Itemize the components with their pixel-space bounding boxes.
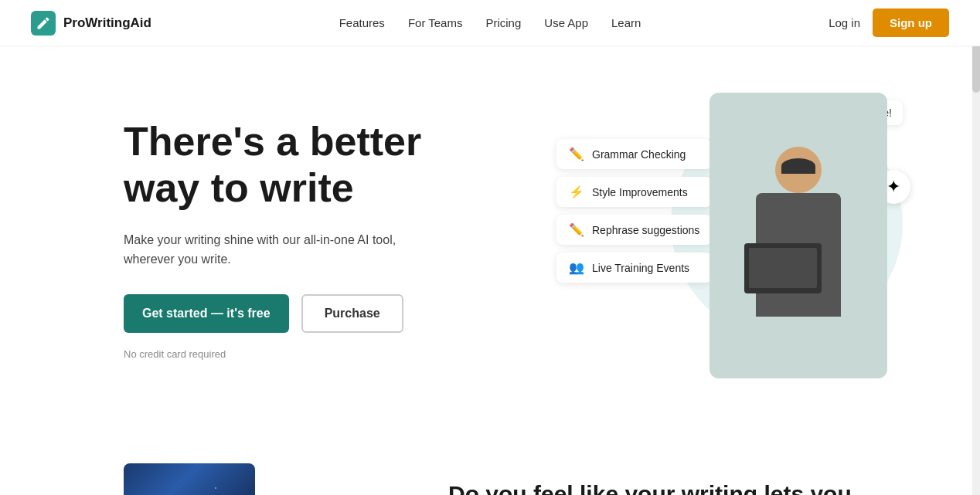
pill-style: ⚡ Style Improvements xyxy=(556,177,712,207)
get-started-button[interactable]: Get started — it's free xyxy=(124,294,289,333)
navbar: ProWritingAid Features For Teams Pricing… xyxy=(0,0,980,46)
logo-link[interactable]: ProWritingAid xyxy=(31,11,151,36)
nav-learn[interactable]: Learn xyxy=(611,16,641,29)
person-laptop xyxy=(744,243,822,293)
starry-night-image xyxy=(124,463,255,495)
nav-use-app[interactable]: Use App xyxy=(544,16,588,29)
hero-title: There's a better way to write xyxy=(124,119,526,212)
nav-pricing[interactable]: Pricing xyxy=(485,16,521,29)
login-button[interactable]: Log in xyxy=(829,16,860,29)
nav-actions: Log in Sign up xyxy=(829,8,949,37)
hero-title-line1: There's a better xyxy=(124,119,421,164)
nav-for-teams[interactable]: For Teams xyxy=(408,16,463,29)
pill-grammar: ✏️ Grammar Checking xyxy=(556,139,712,169)
pill-training-label: Live Training Events xyxy=(592,262,689,274)
purchase-button[interactable]: Purchase xyxy=(301,294,403,333)
person-silhouette xyxy=(737,131,860,378)
training-icon: 👥 xyxy=(569,260,584,275)
nav-links: Features For Teams Pricing Use App Learn xyxy=(339,16,641,30)
grammar-icon: ✏️ xyxy=(569,147,584,161)
logo-icon xyxy=(31,11,56,36)
hero-cta: Get started — it's free Purchase xyxy=(124,294,526,333)
hero-note: No credit card required xyxy=(124,348,526,360)
hero-visual: ...and more! ✦ ✏️ Grammar Checking ⚡ Sty… xyxy=(541,93,949,386)
hero-person-illustration xyxy=(709,93,887,378)
nav-features[interactable]: Features xyxy=(339,16,385,29)
hero-subtitle: Make your writing shine with our all-in-… xyxy=(124,230,433,270)
person-inner xyxy=(709,93,887,378)
pill-style-label: Style Improvements xyxy=(592,186,688,198)
hero-text: There's a better way to write Make your … xyxy=(124,119,526,360)
section2-text: Do you feel like your writing lets you d… xyxy=(448,463,918,495)
feature-pills: ✏️ Grammar Checking ⚡ Style Improvements… xyxy=(556,139,712,283)
section2: My idea in my head Do you feel like your… xyxy=(0,417,980,495)
logo-svg xyxy=(36,15,51,31)
pill-training: 👥 Live Training Events xyxy=(556,253,712,283)
person-head xyxy=(775,147,822,193)
person-body xyxy=(756,193,841,317)
section2-title: Do you feel like your writing lets you d… xyxy=(448,479,918,495)
laptop-screen xyxy=(749,248,817,288)
pill-grammar-label: Grammar Checking xyxy=(592,148,686,161)
signup-button[interactable]: Sign up xyxy=(873,8,949,37)
hero-section: There's a better way to write Make your … xyxy=(0,46,980,417)
pill-rephrase: ✏️ Rephrase suggestions xyxy=(556,215,712,245)
pill-rephrase-label: Rephrase suggestions xyxy=(592,224,699,236)
rephrase-icon: ✏️ xyxy=(569,222,584,237)
style-icon: ⚡ xyxy=(569,185,584,199)
hero-title-line2: way to write xyxy=(124,165,354,210)
star-icon: ✦ xyxy=(886,177,900,197)
section2-image: My idea in my head xyxy=(124,463,386,495)
brand-name: ProWritingAid xyxy=(63,15,151,31)
